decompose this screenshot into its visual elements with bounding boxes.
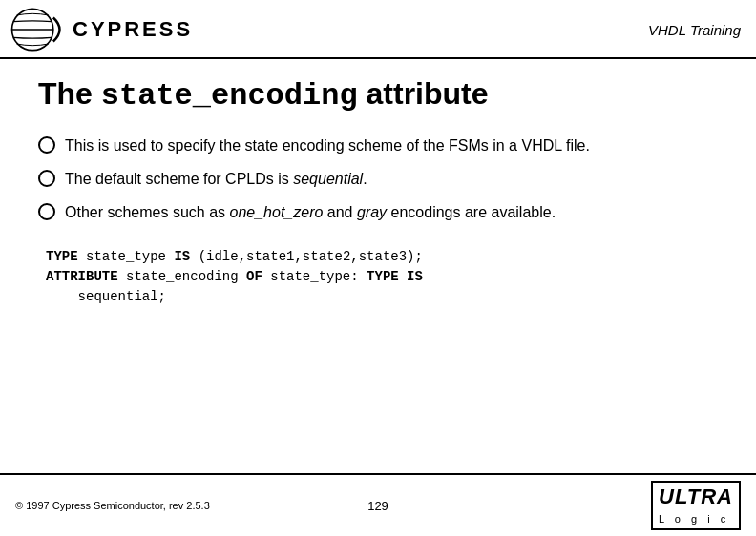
main-content: The state_encoding attribute This is use… bbox=[0, 59, 756, 317]
bullet-icon bbox=[38, 170, 55, 187]
keyword-is: IS bbox=[174, 249, 190, 264]
footer: © 1997 Cypress Semiconductor, rev 2.5.3 … bbox=[0, 473, 756, 536]
code-line-3: sequential; bbox=[46, 287, 718, 307]
page-number: 129 bbox=[368, 499, 388, 513]
code-block: TYPE state_type IS (idle,state1,state2,s… bbox=[46, 247, 718, 307]
copyright-text: © 1997 Cypress Semiconductor, rev 2.5.3 bbox=[15, 500, 210, 511]
ultra-text: ULTRA bbox=[659, 484, 733, 508]
code-line-1: TYPE state_type IS (idle,state1,state2,s… bbox=[46, 247, 718, 267]
bullet-icon bbox=[38, 136, 55, 154]
title-code: state_encoding bbox=[101, 78, 358, 113]
keyword-type-is: TYPE IS bbox=[367, 269, 423, 284]
header: CYPRESS VHDL Training bbox=[0, 0, 756, 59]
logic-text: L o g i c bbox=[659, 513, 729, 525]
bullet-icon bbox=[38, 203, 55, 220]
ultra-logic-logo: ULTRA L o g i c bbox=[651, 481, 741, 530]
list-item: The default scheme for CPLDs is sequenti… bbox=[38, 168, 718, 190]
keyword-type: TYPE bbox=[46, 249, 78, 264]
company-name: CYPRESS bbox=[73, 17, 193, 42]
list-item: Other schemes such as one_hot_zero and g… bbox=[38, 201, 718, 223]
ultra-logic-box: ULTRA L o g i c bbox=[651, 481, 741, 530]
bullet-text-3: Other schemes such as one_hot_zero and g… bbox=[65, 201, 556, 223]
title-suffix: attribute bbox=[358, 76, 489, 111]
bullet-text-2: The default scheme for CPLDs is sequenti… bbox=[65, 168, 368, 190]
title-prefix: The bbox=[38, 76, 101, 111]
header-title: VHDL Training bbox=[648, 22, 741, 38]
bullet-text-1: This is used to specify the state encodi… bbox=[65, 134, 590, 156]
keyword-of: OF bbox=[246, 269, 262, 284]
keyword-attribute: ATTRIBUTE bbox=[46, 269, 118, 284]
slide-title: The state_encoding attribute bbox=[38, 76, 718, 113]
logo-area: CYPRESS bbox=[10, 6, 193, 53]
list-item: This is used to specify the state encodi… bbox=[38, 134, 718, 156]
code-line-2: ATTRIBUTE state_encoding OF state_type: … bbox=[46, 267, 718, 287]
bullet-list: This is used to specify the state encodi… bbox=[38, 134, 718, 224]
cypress-logo-icon bbox=[10, 6, 67, 53]
